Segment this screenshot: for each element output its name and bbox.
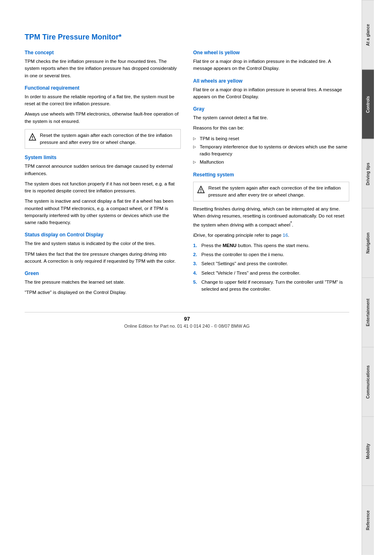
green-text-1: The tire pressure matches the learned se…: [25, 279, 181, 286]
concept-text: TPM checks the tire inflation pressure i…: [25, 58, 181, 79]
gray-bullet-1: TPM is being reset: [193, 135, 349, 142]
functional-note-box: Reset the system again after each correc…: [25, 129, 181, 149]
section-concept: The concept TPM checks the tire inflatio…: [25, 50, 181, 79]
resetting-triangle-icon: [197, 185, 205, 194]
section-all-yellow: All wheels are yellow Flat tire or a maj…: [193, 78, 349, 101]
tab-reference[interactable]: Reference: [362, 486, 374, 555]
section-one-yellow: One wheel is yellow Flat tire or a major…: [193, 50, 349, 72]
resetting-note-text: Reset the system again after each correc…: [208, 185, 346, 199]
gray-intro: The system cannot detect a flat tire.: [193, 114, 349, 121]
functional-text-2: Always use wheels with TPM electronics, …: [25, 111, 181, 125]
heading-limits: System limits: [25, 155, 181, 160]
svg-point-2: [32, 139, 33, 139]
page-container: TPM Tire Pressure Monitor* The concept T…: [0, 0, 392, 555]
footer-text: Online Edition for Part no. 01 41 0 014 …: [124, 324, 249, 328]
resetting-note-box: Reset the system again after each correc…: [193, 182, 349, 202]
status-text-1: The tire and system status is indicated …: [25, 240, 181, 247]
tab-driving-tips[interactable]: Driving tips: [362, 139, 374, 208]
green-text-2: "TPM active" is displayed on the Control…: [25, 289, 181, 296]
gray-bullet-2: Temporary interference due to systems or…: [193, 143, 349, 158]
resetting-steps: Press the MENU button. This opens the st…: [193, 242, 349, 293]
section-status: Status display on Control Display The ti…: [25, 232, 181, 265]
step-4: Select "Vehicle / Tires" and press the c…: [193, 270, 349, 277]
page-footer: 97 Online Edition for Part no. 01 41 0 0…: [25, 312, 349, 328]
heading-status: Status display on Control Display: [25, 232, 181, 238]
tab-entertainment[interactable]: Entertainment: [362, 278, 374, 347]
limits-text-2: The system does not function properly if…: [25, 180, 181, 195]
tab-at-a-glance[interactable]: At a glance: [362, 0, 374, 69]
heading-concept: The concept: [25, 50, 181, 56]
content-columns: The concept TPM checks the tire inflatio…: [25, 50, 349, 300]
triangle-icon: [28, 133, 37, 141]
tab-controls[interactable]: Controls: [362, 69, 374, 139]
tab-mobility[interactable]: Mobility: [362, 416, 374, 486]
step-1: Press the MENU button. This opens the st…: [193, 242, 349, 249]
limits-text-3: The system is inactive and cannot displa…: [25, 198, 181, 226]
gray-reasons-label: Reasons for this can be:: [193, 125, 349, 132]
tab-communications[interactable]: Communications: [362, 347, 374, 416]
section-green: Green The tire pressure matches the lear…: [25, 271, 181, 296]
section-functional: Functional requirement In order to assur…: [25, 85, 181, 149]
functional-note-text: Reset the system again after each correc…: [40, 132, 177, 146]
right-column: One wheel is yellow Flat tire or a major…: [193, 50, 349, 300]
tab-navigation[interactable]: Navigation: [362, 208, 374, 278]
step-5: Change to upper field if necessary. Turn…: [193, 279, 349, 293]
section-gray: Gray The system cannot detect a flat tir…: [193, 106, 349, 166]
heading-gray: Gray: [193, 106, 349, 112]
section-resetting: Resetting system Reset the system again …: [193, 172, 349, 293]
status-text-2: TPM takes the fact that the tire pressur…: [25, 251, 181, 265]
limits-text-1: TPM cannot announce sudden serious tire …: [25, 163, 181, 177]
page-title: TPM Tire Pressure Monitor*: [25, 33, 349, 42]
heading-green: Green: [25, 271, 181, 276]
heading-all-yellow: All wheels are yellow: [193, 78, 349, 84]
heading-functional: Functional requirement: [25, 85, 181, 91]
section-limits: System limits TPM cannot announce sudden…: [25, 155, 181, 226]
svg-point-5: [201, 191, 201, 192]
heading-one-yellow: One wheel is yellow: [193, 50, 349, 56]
resetting-idrive: iDrive, for operating principle refer to…: [193, 232, 349, 239]
step-2: Press the controller to open the i menu.: [193, 251, 349, 258]
left-column: The concept TPM checks the tire inflatio…: [25, 50, 181, 300]
all-yellow-text: Flat tire or a major drop in inflation p…: [193, 86, 349, 101]
functional-text-1: In order to assure the reliable reportin…: [25, 93, 181, 108]
page-number: 97: [25, 316, 349, 322]
step-3: Select "Settings" and press the controll…: [193, 260, 349, 267]
resetting-text-1: Resetting finishes during driving, which…: [193, 206, 349, 229]
gray-bullet-3: Malfunction: [193, 159, 349, 166]
gray-bullets: TPM is being reset Temporary interferenc…: [193, 135, 349, 166]
right-tabs: At a glance Controls Driving tips Naviga…: [362, 0, 374, 555]
main-content: TPM Tire Pressure Monitor* The concept T…: [0, 0, 362, 555]
one-yellow-text: Flat tire or a major drop in inflation p…: [193, 58, 349, 72]
heading-resetting: Resetting system: [193, 172, 349, 178]
